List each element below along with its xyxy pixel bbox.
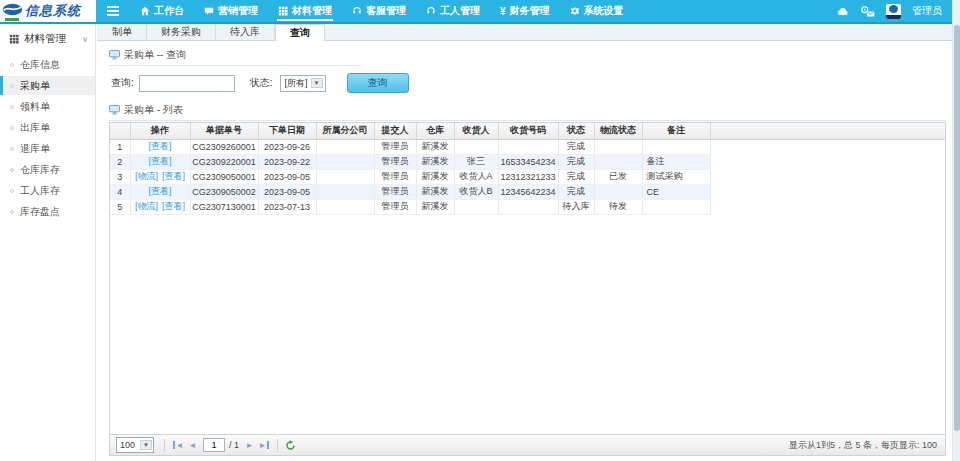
cell-operations: [物流][查看] [130,169,190,184]
cell-receiver: 收货人A [454,169,498,184]
page-number-input[interactable] [203,438,225,452]
view-link[interactable]: [查看] [148,186,171,196]
table-row[interactable]: 3[物流][查看]CG23090500012023-09-05管理员新溪发收货人… [110,169,945,184]
sidebar-item-6[interactable]: 仓库库存 [0,160,95,179]
cell-order-date: 2023-09-26 [258,139,316,154]
topbar-right-area: 管理员 [836,4,952,19]
sidebar-item-3[interactable]: 领料单 [0,97,95,116]
sidebar-item-label: 仓库库存 [20,163,60,177]
prev-page-button[interactable]: ◄ [185,438,200,452]
cell-branch [316,169,374,184]
chevron-down-icon: ▼ [140,440,152,450]
page-total-label: / 1 [229,440,239,450]
main-content: 制单财务采购待入库查询 采购单 -- 查询 查询: 状态: [所有] ▼ 查询 … [97,24,952,461]
view-link[interactable]: [查看] [148,141,171,151]
status-select[interactable]: [所有] ▼ [280,75,326,92]
cell-logistics-status [594,139,642,154]
sidebar-item-8[interactable]: 库存盘点 [0,202,95,221]
sidebar-item-1[interactable]: 仓库信息 [0,55,95,74]
logistics-link[interactable]: [物流] [135,201,158,211]
menu-toggle-icon[interactable] [107,6,119,16]
column-header: 状态 [558,123,594,139]
sidebar-item-label: 退库单 [20,142,50,156]
cell-logistics-status [594,184,642,199]
view-link[interactable]: [查看] [162,201,185,211]
first-page-button[interactable]: ◄ [170,438,185,452]
tab-3[interactable]: 待入库 [216,24,275,40]
menu-item-3[interactable]: 材料管理 [268,0,342,22]
cell-logistics-status [594,154,642,169]
sidebar-item-5[interactable]: 退库单 [0,139,95,158]
brand-area: 信息系统 [0,0,96,22]
brand-subtext-badge [5,18,19,21]
sidebar-item-7[interactable]: 工人库存 [0,181,95,200]
bullet-icon [10,105,14,109]
table-header-row: 操作单据单号下单日期所属分公司提交人仓库收货人收货号码状态物流状态备注 [110,123,945,139]
cell-receiver-phone: 16533454234 [498,154,558,169]
cell-submitter: 管理员 [374,184,416,199]
column-header: 备注 [642,123,710,139]
cell-order-date: 2023-07-13 [258,199,316,214]
cloud-icon[interactable] [836,7,849,16]
cell-logistics-status: 已发 [594,169,642,184]
tab-2[interactable]: 财务采购 [147,24,216,40]
cell-warehouse: 新溪发 [416,139,454,154]
last-page-button[interactable]: ► [257,438,272,452]
view-link[interactable]: [查看] [162,171,185,181]
menu-item-7[interactable]: 系统设置 [560,0,634,22]
data-grid: 操作单据单号下单日期所属分公司提交人仓库收货人收货号码状态物流状态备注 1[查看… [109,122,946,456]
chevron-down-icon: ▼ [311,78,323,88]
table-row[interactable]: 2[查看]CG23092200012023-09-22管理员新溪发张三16533… [110,154,945,169]
cell-status: 待入库 [558,199,594,214]
vertical-scrollbar-thumb[interactable] [954,25,960,431]
vertical-scrollbar-track[interactable] [952,0,960,461]
search-input[interactable] [139,75,235,92]
view-link[interactable]: [查看] [148,156,171,166]
logistics-link[interactable]: [物流] [135,171,158,181]
user-name[interactable]: 管理员 [912,4,942,18]
cell-receiver-phone [498,139,558,154]
tab-4[interactable]: 查询 [275,24,325,41]
cell-rownum: 4 [110,184,130,199]
menu-item-label: 材料管理 [292,4,332,18]
table-row[interactable]: 5[物流][查看]CG23071300012023-07-13管理员新溪发待入库… [110,199,945,214]
cell-warehouse: 新溪发 [416,199,454,214]
status-select-value: [所有] [285,77,308,90]
cell-branch [316,154,374,169]
cell-operations: [查看] [130,184,190,199]
bullet-icon [10,189,14,193]
cell-filler [710,139,945,154]
menu-item-1[interactable]: 工作台 [130,0,194,22]
user-avatar[interactable] [886,4,901,19]
bullet-icon [10,147,14,151]
menu-item-6[interactable]: ¥财务管理 [490,0,560,22]
cell-status: 完成 [558,154,594,169]
pager-summary: 显示从1到5，总 5 条，每页显示: 100 [789,439,941,452]
gear-icon [570,6,580,16]
search-button[interactable]: 查询 [347,73,409,93]
page-size-select[interactable]: 100 ▼ [116,437,154,453]
headset-icon [352,6,362,16]
table-row[interactable]: 4[查看]CG23090500022023-09-05管理员新溪发收货人B123… [110,184,945,199]
next-page-button[interactable]: ► [242,438,257,452]
tab-1[interactable]: 制单 [98,24,147,40]
menu-item-4[interactable]: 客服管理 [342,0,416,22]
top-navigation-bar: 信息系统 工作台营销管理材料管理客服管理工人管理¥财务管理系统设置 管理员 [0,0,952,24]
column-header: 所属分公司 [316,123,374,139]
cell-order-no: CG2309260001 [190,139,258,154]
refresh-icon[interactable] [285,440,296,451]
cell-submitter: 管理员 [374,169,416,184]
chevron-down-icon: ∨ [82,35,88,44]
messages-icon[interactable] [860,6,875,17]
column-header: 操作 [130,123,190,139]
sidebar-header[interactable]: 材料管理 ∨ [0,24,95,55]
sidebar-item-4[interactable]: 出库单 [0,118,95,137]
bullet-icon [10,84,14,88]
table-row[interactable]: 1[查看]CG23092600012023-09-26管理员新溪发完成 [110,139,945,154]
cell-status: 完成 [558,184,594,199]
panel: 采购单 -- 查询 查询: 状态: [所有] ▼ 查询 采购单 - 列表 操作单… [97,41,952,461]
sidebar-item-2[interactable]: 采购单 [0,76,95,95]
menu-item-5[interactable]: 工人管理 [416,0,490,22]
sidebar-item-label: 出库单 [20,121,50,135]
menu-item-2[interactable]: 营销管理 [194,0,268,22]
